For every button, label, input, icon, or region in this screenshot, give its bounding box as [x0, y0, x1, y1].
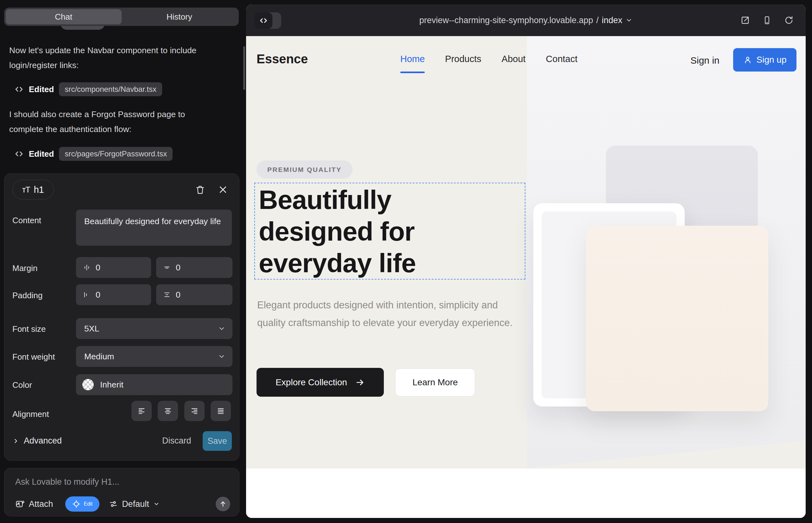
discard-button[interactable]: Discard: [162, 436, 191, 446]
site-header: Essence Home Products About Contact Sign…: [246, 36, 806, 84]
chevron-right-icon: [12, 437, 19, 445]
code-icon: [14, 149, 24, 159]
font-size-label: Font size: [12, 324, 46, 334]
chevron-down-icon: [153, 501, 160, 507]
align-justify-icon: [216, 407, 225, 415]
margin-y-input[interactable]: 0: [156, 257, 232, 278]
alignment-label: Alignment: [12, 409, 49, 419]
url-bar[interactable]: preview--charming-site-symphony.lovable.…: [246, 4, 806, 36]
align-left-icon: [137, 407, 146, 415]
align-justify-button[interactable]: [211, 401, 231, 421]
close-panel-button[interactable]: [217, 183, 229, 196]
hero-paragraph: Elegant products designed with intention…: [257, 296, 514, 332]
hero-cta-row: Explore Collection Learn More: [257, 368, 475, 397]
lovable-app: { "sidebar": { "tabs": { "chat": "Chat",…: [0, 0, 812, 523]
align-left-button[interactable]: [131, 401, 152, 421]
sidebar-tabs: Chat History: [4, 7, 239, 26]
edited-file-row[interactable]: Edited src/components/Navbar.tsx: [14, 82, 162, 97]
edited-file-row[interactable]: Edited src/pages/ForgotPassword.tsx: [14, 146, 173, 161]
margin-horizontal-icon: [83, 264, 91, 271]
margin-x-input[interactable]: 0: [76, 257, 151, 278]
advanced-toggle[interactable]: Advanced: [12, 436, 62, 446]
content-label: Content: [12, 216, 41, 226]
font-size-select[interactable]: 5XL: [76, 318, 232, 339]
align-center-button[interactable]: [158, 401, 178, 421]
chevron-down-icon: [218, 353, 226, 360]
sign-up-label: Sign up: [757, 55, 787, 65]
font-weight-value: Medium: [84, 352, 114, 362]
edit-mode-button[interactable]: Edit: [65, 497, 100, 511]
padding-x-input[interactable]: 0: [76, 284, 151, 305]
explore-collection-button[interactable]: Explore Collection: [257, 368, 384, 397]
mobile-view-icon[interactable]: [763, 16, 772, 25]
font-size-value: 5XL: [84, 324, 99, 334]
url-path: index: [602, 16, 622, 25]
explore-collection-label: Explore Collection: [276, 377, 347, 387]
browser-bar: preview--charming-site-symphony.lovable.…: [246, 4, 806, 36]
site-page: Essence Home Products About Contact Sign…: [246, 36, 806, 518]
sign-up-button[interactable]: Sign up: [733, 48, 796, 72]
learn-more-button[interactable]: Learn More: [395, 368, 475, 396]
sidebar-scrollbar[interactable]: [243, 46, 245, 90]
url-separator: /: [596, 16, 599, 25]
url-host: preview--charming-site-symphony.lovable.…: [419, 16, 593, 25]
nav-products[interactable]: Products: [445, 54, 481, 64]
font-weight-select[interactable]: Medium: [76, 346, 232, 367]
align-center-icon: [163, 407, 172, 415]
hero-card-beige: [586, 226, 768, 411]
advanced-label: Advanced: [24, 436, 62, 446]
premium-quality-badge: PREMIUM QUALITY: [257, 161, 352, 179]
model-selector[interactable]: Default: [109, 499, 160, 509]
chat-message: I should also create a Forgot Password p…: [9, 107, 206, 137]
tab-chat[interactable]: Chat: [6, 9, 122, 24]
attach-image-icon: [15, 499, 25, 509]
nav-contact[interactable]: Contact: [546, 54, 578, 64]
refresh-icon[interactable]: [784, 16, 794, 25]
color-select[interactable]: Inherit: [76, 374, 232, 395]
padding-label: Padding: [12, 291, 42, 301]
nav-home[interactable]: Home: [400, 54, 425, 64]
padding-horizontal-icon: [83, 291, 91, 299]
chat-sidebar: Chat History Now let's update the Navbar…: [0, 0, 241, 523]
sign-in-link[interactable]: Sign in: [690, 55, 720, 66]
close-icon: [218, 185, 228, 194]
site-logo[interactable]: Essence: [257, 52, 308, 66]
align-right-icon: [190, 407, 199, 415]
code-icon: [14, 85, 24, 94]
margin-y-value: 0: [176, 263, 180, 273]
send-button[interactable]: [216, 497, 230, 511]
sliders-icon: [109, 500, 118, 508]
align-right-button[interactable]: [184, 401, 205, 421]
delete-element-button[interactable]: [194, 183, 207, 196]
chevron-down-icon: [625, 17, 632, 24]
user-icon: [743, 55, 752, 64]
attach-button[interactable]: Attach: [15, 499, 53, 509]
browser-actions: [740, 4, 794, 36]
h1-selection-outline[interactable]: Beautifully designed for everyday life: [254, 183, 525, 279]
trash-icon: [195, 184, 205, 195]
font-weight-label: Font weight: [12, 352, 55, 362]
save-button[interactable]: Save: [203, 431, 232, 451]
selected-element-pill[interactable]: тT h1: [12, 180, 54, 199]
padding-y-input[interactable]: 0: [156, 284, 232, 305]
color-value: Inherit: [100, 380, 124, 390]
nav-about[interactable]: About: [502, 54, 526, 64]
chat-composer: Ask Lovable to modify H1... Attach Edit …: [4, 468, 240, 516]
composer-toolbar: Attach Edit Default: [15, 496, 230, 512]
chevron-down-icon: [218, 325, 226, 332]
edited-label: Edited: [29, 85, 54, 94]
margin-x-value: 0: [96, 263, 100, 273]
color-swatch: [82, 379, 94, 390]
open-external-icon[interactable]: [740, 16, 750, 25]
arrow-right-icon: [355, 378, 365, 387]
chat-message: Now let's update the Navbar component to…: [9, 43, 206, 73]
element-editor-panel: тT h1 Content Beautifully designed for e…: [4, 174, 240, 461]
file-path-badge[interactable]: src/components/Navbar.tsx: [59, 82, 162, 96]
margin-vertical-icon: [163, 264, 171, 271]
padding-vertical-icon: [163, 291, 171, 299]
composer-input[interactable]: Ask Lovable to modify H1...: [15, 477, 119, 487]
hero-heading[interactable]: Beautifully designed for everyday life: [259, 184, 480, 279]
tab-history[interactable]: History: [122, 9, 237, 24]
file-path-badge[interactable]: src/pages/ForgotPassword.tsx: [59, 147, 173, 161]
content-input[interactable]: Beautifully designed for everyday life: [76, 210, 232, 246]
